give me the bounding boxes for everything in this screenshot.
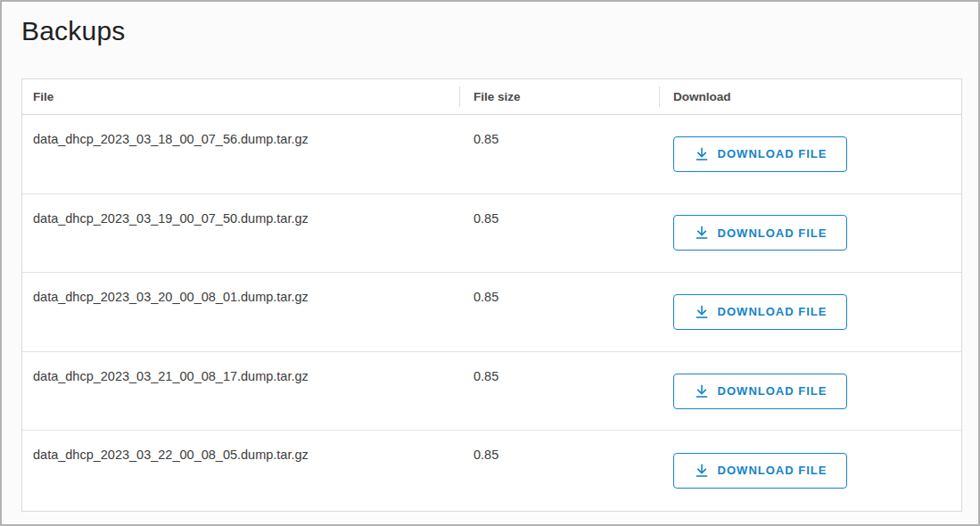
download-cell: DOWNLOAD FILE: [659, 273, 961, 351]
download-button-label: DOWNLOAD FILE: [718, 305, 828, 318]
table-row: data_dhcp_2023_03_20_00_08_01.dump.tar.g…: [22, 273, 961, 352]
download-cell: DOWNLOAD FILE: [659, 431, 961, 510]
table-row: data_dhcp_2023_03_22_00_08_05.dump.tar.g…: [22, 431, 961, 510]
download-button-label: DOWNLOAD FILE: [718, 464, 828, 477]
file-name-cell: data_dhcp_2023_03_21_00_08_17.dump.tar.g…: [22, 352, 459, 431]
download-button-label: DOWNLOAD FILE: [718, 147, 828, 160]
file-name-cell: data_dhcp_2023_03_19_00_07_50.dump.tar.g…: [22, 194, 459, 273]
download-icon: [694, 146, 710, 162]
download-icon: [694, 463, 710, 479]
download-button-label: DOWNLOAD FILE: [718, 384, 828, 398]
download-file-button[interactable]: DOWNLOAD FILE: [673, 374, 847, 409]
file-size-cell: 0.85: [459, 194, 659, 273]
file-size-cell: 0.85: [459, 273, 659, 351]
file-size-cell: 0.85: [459, 352, 659, 431]
column-header-file-size: File size: [459, 79, 659, 114]
download-file-button[interactable]: DOWNLOAD FILE: [673, 453, 847, 489]
download-icon: [694, 383, 710, 399]
download-icon: [694, 225, 710, 241]
file-size-cell: 0.85: [459, 431, 659, 510]
column-header-download: Download: [659, 79, 961, 114]
page-title: Backups: [21, 16, 125, 46]
download-cell: DOWNLOAD FILE: [659, 194, 961, 273]
backups-table: File File size Download data_dhcp_2023_0…: [21, 78, 962, 512]
download-cell: DOWNLOAD FILE: [659, 352, 961, 431]
download-file-button[interactable]: DOWNLOAD FILE: [673, 215, 847, 251]
backups-page: Backups File File size Download data_dhc…: [0, 0, 980, 526]
table-header-row: File File size Download: [22, 79, 961, 115]
table-row: data_dhcp_2023_03_19_00_07_50.dump.tar.g…: [22, 194, 961, 274]
file-name-cell: data_dhcp_2023_03_20_00_08_01.dump.tar.g…: [22, 273, 459, 351]
table-row: data_dhcp_2023_03_18_00_07_56.dump.tar.g…: [22, 115, 961, 194]
download-file-button[interactable]: DOWNLOAD FILE: [673, 136, 847, 172]
file-name-cell: data_dhcp_2023_03_18_00_07_56.dump.tar.g…: [22, 115, 459, 193]
table-row: data_dhcp_2023_03_21_00_08_17.dump.tar.g…: [22, 352, 961, 431]
download-icon: [694, 304, 710, 320]
file-name-cell: data_dhcp_2023_03_22_00_08_05.dump.tar.g…: [22, 431, 459, 510]
download-button-label: DOWNLOAD FILE: [718, 226, 828, 240]
file-size-cell: 0.85: [459, 115, 659, 193]
column-header-file: File: [22, 79, 459, 114]
download-cell: DOWNLOAD FILE: [659, 115, 961, 193]
download-file-button[interactable]: DOWNLOAD FILE: [673, 294, 847, 330]
